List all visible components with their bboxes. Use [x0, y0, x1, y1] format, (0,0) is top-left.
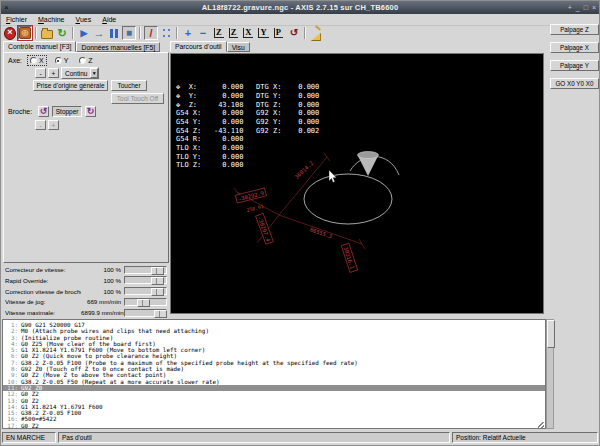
tool-touch-off-button[interactable]: Tool Touch Off	[111, 93, 164, 104]
dro-line: G54 X: 0.000 G92 X: 0.000	[176, 109, 319, 118]
dro-line: G54 Z: -43.110 G92 Z: 0.002	[176, 127, 319, 136]
jog-plus-button[interactable]: +	[48, 68, 59, 78]
slider-track[interactable]	[124, 266, 167, 274]
probe-button[interactable]: Palpage Y	[550, 60, 599, 71]
open-file-button[interactable]	[40, 26, 54, 40]
menu-item[interactable]: Vues	[76, 16, 92, 23]
preview-canvas[interactable]: -30292.9 250.91 -30207.4 86555.3 30316.1	[170, 53, 544, 314]
toggle-optional-pause-button[interactable]	[159, 26, 173, 40]
jog-minus-button[interactable]: -	[35, 68, 46, 78]
tab-manual-control[interactable]: Contrôle manuel [F3]	[3, 41, 76, 52]
slider-track[interactable]	[124, 287, 167, 295]
extent-label: 250.91	[246, 204, 264, 213]
tab-dro[interactable]: Visu	[227, 42, 250, 52]
radio-icon	[30, 57, 37, 64]
view-button[interactable]: X	[242, 27, 254, 39]
step-arrow-icon: →	[94, 28, 105, 38]
tab-preview[interactable]: Parcours d'outil	[170, 41, 227, 52]
probe-button[interactable]: Palpage Z	[550, 24, 599, 35]
window-control-button[interactable]: _	[576, 1, 580, 14]
spindle-ccw-button[interactable]: ↺	[38, 106, 49, 117]
slider-thumb[interactable]	[154, 310, 167, 318]
slider-label: Correcteur de vitesse:	[5, 266, 81, 273]
toolbar-separator	[176, 27, 178, 39]
stop-program-button[interactable]: ■	[122, 26, 136, 40]
menu-item[interactable]: Machine	[38, 16, 64, 23]
window-control-button[interactable]: ×	[592, 1, 596, 14]
dro-line: ✥ Z: 43.108 DTG Z: 0.000	[176, 101, 319, 110]
zoom-in-button[interactable]: +	[181, 26, 195, 40]
slider-thumb[interactable]	[151, 288, 164, 296]
estop-icon: ×	[4, 27, 16, 40]
slider-value: 6899.9 mm/min	[81, 309, 121, 316]
pause-program-button[interactable]	[107, 26, 121, 40]
listing-scrollbar[interactable]	[546, 319, 554, 429]
clear-plot-button[interactable]	[309, 26, 323, 40]
menu-item[interactable]: Aide	[102, 16, 116, 23]
slider-track[interactable]	[124, 276, 167, 284]
spindle-cw-button[interactable]: ↻	[85, 106, 96, 117]
axis-radio[interactable]: Z	[77, 56, 94, 65]
slider-label: Vitesse de jog:	[5, 298, 81, 305]
slider-track[interactable]	[124, 298, 167, 306]
stop-icon: ■	[126, 28, 132, 38]
extent-labels: -30292.9 250.91 -30207.4 86555.3 30316.1	[235, 160, 357, 272]
run-program-button[interactable]: ▶	[77, 26, 91, 40]
scrollbar-thumb[interactable]	[547, 320, 555, 348]
dro-line: G54 Y: 0.000 G92 Y: 0.000	[176, 118, 319, 127]
dro-line: TLO X: 0.000	[176, 144, 319, 153]
slider-value: 100 %	[81, 288, 121, 295]
slider-row: Vitesse de jog: 669 mm/min	[3, 297, 169, 306]
titlebar: × AL18f8722.gravure.ngc - AXIS 2.7.15 su…	[1, 1, 599, 14]
slider-thumb[interactable]	[151, 267, 164, 275]
gcode-listing[interactable]: 1: G90 G21 S20000 G17 2: M0 (Attach prob…	[2, 319, 546, 429]
zoom-out-button[interactable]: −	[196, 26, 210, 40]
dro-line: TLO Y: 0.000	[176, 153, 319, 162]
axis-label: Axe:	[8, 57, 22, 64]
toggle-skip-lines-button[interactable]: /	[144, 26, 158, 40]
jog-increment-combo[interactable]: Continu ▼	[61, 67, 99, 79]
slider-thumb[interactable]	[137, 299, 150, 307]
view-button[interactable]: Z	[213, 27, 225, 39]
reload-file-button[interactable]: ↻	[55, 26, 69, 40]
view-button[interactable]: P	[273, 27, 284, 39]
probe-button[interactable]: GO X0 Y0 X0	[550, 78, 599, 89]
resize-grip-icon[interactable]	[538, 422, 544, 428]
override-sliders: Correcteur de vitesse: 100 % Rapid Overr…	[3, 264, 169, 318]
slider-thumb[interactable]	[151, 277, 164, 285]
manual-tabs: Contrôle manuel [F3] Données manuelles […	[3, 41, 160, 52]
window-control-button[interactable]: □	[584, 1, 588, 14]
view-button[interactable]: Y	[257, 27, 269, 39]
spindle-stop-button[interactable]: Stopper	[52, 106, 82, 117]
axis-radio[interactable]: X	[28, 56, 46, 65]
window-control-button[interactable]: +	[568, 1, 572, 14]
menu-item[interactable]: Fichier	[6, 16, 27, 23]
slider-value: 100 %	[81, 266, 121, 273]
toolpath-circle	[304, 174, 392, 224]
home-all-button[interactable]: Prise d'origine générale	[33, 80, 108, 91]
zoom-in-icon: +	[185, 28, 191, 38]
radio-icon	[55, 57, 62, 64]
dro-line: ✥ X: 0.000 DTG X: 0.000	[176, 83, 319, 92]
status-machine-state: EN MARCHE	[2, 432, 56, 443]
rotate-view-button[interactable]: ↺	[287, 26, 301, 40]
spindle-slower-button[interactable]: -	[35, 120, 46, 130]
broom-icon	[310, 27, 322, 39]
touch-off-button[interactable]: Toucher	[111, 80, 147, 91]
machine-power-button[interactable]: ◎	[18, 26, 32, 40]
window-menu-icon[interactable]: ×	[4, 1, 9, 14]
slider-track[interactable]	[124, 309, 167, 317]
toolbar-separator	[304, 27, 306, 39]
play-icon: ▶	[81, 28, 88, 38]
toolbar-separator	[35, 27, 37, 39]
spindle-faster-button[interactable]: +	[48, 120, 59, 130]
spindle-label: Broche:	[8, 108, 32, 115]
estop-button[interactable]: ×	[3, 26, 17, 40]
axis-radio[interactable]: Y	[53, 56, 71, 65]
tab-mdi[interactable]: Données manuelles [F5]	[76, 42, 160, 52]
view-buttons: Z Z X Y P	[213, 27, 284, 39]
slider-row: Vitesse maximale: 6899.9 mm/min	[3, 308, 169, 317]
run-step-button[interactable]: →	[92, 26, 106, 40]
probe-button[interactable]: Palpage X	[550, 42, 599, 53]
view-button[interactable]: Z	[228, 27, 240, 39]
